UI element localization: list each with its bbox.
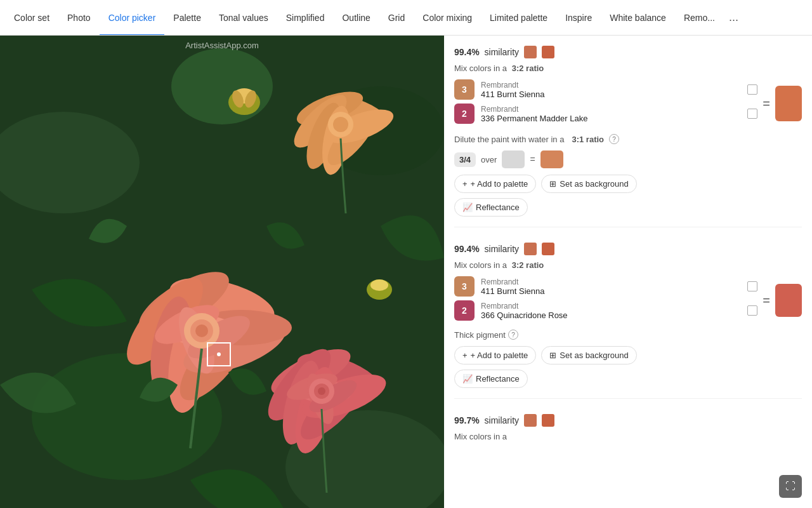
fullscreen-icon: ⛶	[785, 481, 796, 492]
svg-point-21	[195, 324, 208, 337]
nav-item-inspire[interactable]: Inspire	[556, 0, 601, 36]
bg-icon-1: ⊞	[549, 179, 556, 189]
paint-count-badge-2-1: 3	[454, 276, 475, 297]
set-background-btn-2[interactable]: ⊞ Set as background	[541, 346, 636, 364]
result-card-1: 99.4% similarity Mix colors in a 3:2 rat…	[454, 46, 802, 227]
nav-item-color-picker[interactable]: Color picker	[100, 0, 165, 36]
swatch2-1	[542, 46, 554, 58]
nav-item-limited-palette[interactable]: Limited palette	[481, 0, 556, 36]
nav-item-color-mixing[interactable]: Color mixing	[414, 0, 481, 36]
reflectance-btn-1[interactable]: 📈 Reflectance	[454, 198, 528, 217]
mix-ratio-2: Mix colors in a 3:2 ratio	[454, 260, 802, 270]
set-background-btn-1[interactable]: ⊞ Set as background	[541, 175, 636, 193]
thick-pigment-help-icon[interactable]: ?	[508, 330, 518, 340]
swatch1-3	[524, 414, 537, 427]
result-card-3: 99.7% similarity Mix colors in a	[454, 414, 802, 458]
results-panel: 99.4% similarity Mix colors in a 3:2 rat…	[444, 36, 812, 508]
similarity-row-3: 99.7% similarity	[454, 414, 802, 427]
dilute-result-1	[540, 150, 563, 168]
paint-checkbox-1-1[interactable]	[747, 84, 757, 95]
paint-count-badge-1-2: 2	[454, 104, 475, 124]
chart-icon-1: 📈	[462, 203, 473, 212]
add-to-palette-btn-2[interactable]: + + Add to palette	[454, 346, 536, 364]
paint-row-1-2: 2 Rembrandt 336 Permanent Madder Lake	[454, 104, 757, 124]
swatch2-3	[542, 414, 554, 427]
paint-info-1-2: Rembrandt 336 Permanent Madder Lake	[481, 105, 741, 123]
chart-icon-2: 📈	[462, 374, 473, 384]
nav-item-simplified[interactable]: Simplified	[277, 0, 334, 36]
paint-checkbox-2-2[interactable]	[747, 305, 757, 316]
equals-1: =	[763, 97, 770, 111]
reflectance-btn-2[interactable]: 📈 Reflectance	[454, 370, 528, 388]
add-to-palette-btn-1[interactable]: + + Add to palette	[454, 175, 536, 193]
paint-checkbox-1-2[interactable]	[747, 109, 757, 119]
action-buttons-2: + + Add to palette ⊞ Set as background	[454, 346, 802, 364]
swatch2-2	[542, 243, 554, 255]
equals-2: =	[763, 293, 770, 308]
nav-item-outline[interactable]: Outline	[333, 0, 379, 36]
paint-info-1-1: Rembrandt 411 Burnt Sienna	[481, 81, 741, 99]
dilute-visual-1: 3/4 over =	[454, 150, 802, 168]
nav-item-white-balance[interactable]: White balance	[601, 0, 675, 36]
paint-info-2-2: Rembrandt 366 Quinacridone Rose	[481, 302, 741, 320]
svg-point-3	[171, 48, 273, 124]
flower-image[interactable]	[0, 36, 444, 508]
svg-point-46	[318, 387, 325, 395]
main-layout: ArtistAssistApp.com 99.4% similarity Mix…	[0, 36, 812, 508]
paint-row-2-1: 3 Rembrandt 411 Burnt Sienna	[454, 276, 757, 297]
nav-item-photo[interactable]: Photo	[58, 0, 100, 36]
action-buttons-1: + + Add to palette ⊞ Set as background	[454, 175, 802, 193]
fullscreen-button[interactable]: ⛶	[779, 475, 802, 498]
paint-mix-container-1: 3 Rembrandt 411 Burnt Sienna 2	[454, 79, 802, 128]
svg-point-31	[333, 117, 348, 132]
paint-info-2-1: Rembrandt 411 Burnt Sienna	[481, 277, 741, 296]
mix-ratio-3: Mix colors in a	[454, 432, 802, 441]
nav-item-tonal-values[interactable]: Tonal values	[210, 0, 277, 36]
nav-item-remove[interactable]: Remo...	[675, 0, 724, 36]
similarity-pct-1: 99.4% similarity	[454, 47, 519, 57]
similarity-row-1: 99.4% similarity	[454, 46, 802, 58]
dilute-water-1	[502, 150, 525, 168]
swatch1-2	[524, 243, 537, 255]
thick-pigment-2: Thick pigment ?	[454, 330, 802, 340]
paint-count-badge-1-1: 3	[454, 79, 475, 100]
dilute-fraction-1: 3/4	[454, 152, 476, 167]
dilute-help-icon-1[interactable]: ?	[609, 134, 619, 144]
bg-icon-2: ⊞	[549, 351, 556, 360]
similarity-pct-2: 99.4% similarity	[454, 244, 519, 254]
plus-icon-2: +	[462, 351, 468, 360]
svg-point-52	[370, 279, 388, 291]
plus-icon-1: +	[462, 179, 468, 189]
nav-item-palette[interactable]: Palette	[164, 0, 210, 36]
result-swatch-1	[775, 86, 802, 121]
paint-row-1-1: 3 Rembrandt 411 Burnt Sienna	[454, 79, 757, 100]
similarity-pct-3: 99.7% similarity	[454, 415, 519, 425]
paint-row-2-2: 2 Rembrandt 366 Quinacridone Rose	[454, 300, 757, 321]
paint-mix-container-2: 3 Rembrandt 411 Burnt Sienna 2	[454, 276, 802, 324]
result-card-2: 99.4% similarity Mix colors in a 3:2 rat…	[454, 243, 802, 399]
paint-list-2: 3 Rembrandt 411 Burnt Sienna 2	[454, 276, 757, 324]
result-swatch-2	[775, 284, 802, 317]
similarity-row-2: 99.4% similarity	[454, 243, 802, 255]
mix-ratio-1: Mix colors in a 3:2 ratio	[454, 64, 802, 73]
navbar: Color set Photo Color picker Palette Ton…	[0, 0, 812, 36]
nav-item-grid[interactable]: Grid	[379, 0, 414, 36]
paint-checkbox-2-1[interactable]	[747, 281, 757, 291]
nav-item-color-set[interactable]: Color set	[5, 0, 58, 36]
paint-list-1: 3 Rembrandt 411 Burnt Sienna 2	[454, 79, 757, 128]
svg-point-54	[217, 352, 221, 356]
nav-more-button[interactable]: ...	[724, 0, 743, 36]
paint-count-badge-2-2: 2	[454, 300, 475, 321]
swatch1-1	[524, 46, 537, 58]
dilute-row-1: Dilute the paint with water in a 3:1 rat…	[454, 134, 802, 144]
image-panel[interactable]: ArtistAssistApp.com	[0, 36, 444, 508]
